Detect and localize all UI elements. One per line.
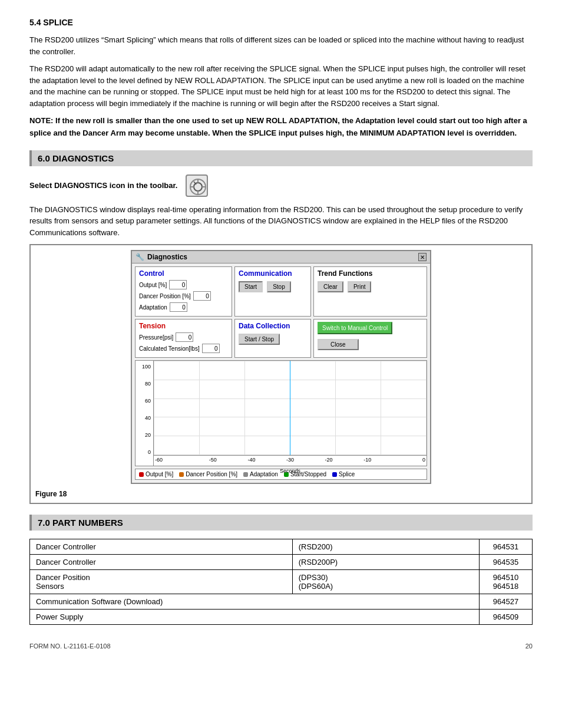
switch-manual-btn[interactable]: Switch to Manual Control (318, 322, 392, 334)
x-label-60: -60 (154, 457, 194, 463)
adaptation-input[interactable] (170, 302, 187, 312)
dancer-pos-row: Dancer Position [%] (139, 291, 228, 301)
chart-main: -60 -50 -40 -30 -20 -10 0 Seconds (153, 361, 427, 466)
part-numbers-heading: 7.0 PART NUMBERS (29, 515, 533, 531)
vline-2 (199, 361, 200, 455)
select-toolbar-label: Select DIAGNOSTICS icon in the toolbar. (29, 181, 177, 190)
diag-tension-panel: Tension Pressure[psi] Calculated Tension… (135, 319, 232, 358)
diagnostics-toolbar-icon (186, 174, 208, 197)
chart-x-axis: -60 -50 -40 -30 -20 -10 0 (154, 455, 427, 466)
part-name-1: Dancer Controller (30, 539, 293, 555)
diag-collection-panel: Data Collection Start / Stop (234, 319, 311, 358)
collection-title: Data Collection (239, 322, 307, 330)
diag-trend-panel: Trend Functions Clear Print (313, 266, 427, 317)
adaptation-row: Adaptation (139, 302, 228, 312)
y-label-60: 60 (138, 398, 151, 404)
legend-output-dot (139, 472, 144, 477)
diag-close-btn[interactable]: ✕ (418, 253, 427, 261)
legend-output: Output [%] (139, 471, 173, 477)
diag-switch-panel: Switch to Manual Control Close (313, 319, 427, 358)
vline-3 (244, 361, 245, 455)
vline-1 (154, 361, 154, 455)
y-label-20: 20 (138, 432, 151, 438)
x-label-20: -20 (309, 457, 348, 463)
part-name-5: Power Supply (30, 610, 480, 625)
x-axis-seconds-label: Seconds (280, 468, 300, 474)
x-label-10: -10 (348, 457, 387, 463)
legend-splice-dot (332, 472, 337, 477)
splice-para1: The RSD200 utilizes “Smart Splicing” whi… (29, 34, 533, 57)
calc-tension-input[interactable] (202, 344, 220, 353)
vline-blue (290, 361, 290, 455)
part-model-3: (DPS30)(DPS60A) (292, 570, 479, 594)
svg-point-1 (194, 183, 202, 191)
figure-caption: Figure 18 (35, 490, 527, 498)
diag-bottom-row: Tension Pressure[psi] Calculated Tension… (135, 319, 427, 358)
diag-titlebar: 🔧 Diagnostics ✕ (132, 251, 430, 263)
page-number: 20 (525, 643, 533, 650)
diagnostics-section: 6.0 DIAGNOSTICS Select DIAGNOSTICS icon … (29, 150, 533, 505)
x-label-50: -50 (194, 457, 233, 463)
legend-splice: Splice (332, 471, 355, 477)
output-row: Output [%] (139, 280, 228, 289)
part-numbers-section: 7.0 PART NUMBERS Dancer Controller (RSD2… (29, 515, 533, 625)
clear-btn[interactable]: Clear (318, 281, 343, 292)
y-label-80: 80 (138, 381, 151, 387)
pressure-input[interactable] (176, 332, 193, 342)
comm-stop-btn[interactable]: Stop (267, 281, 291, 292)
part-num-1: 964531 (480, 539, 533, 555)
legend-dancer-dot (179, 472, 184, 477)
calc-tension-label: Calculated Tension[lbs] (139, 345, 200, 352)
part-num-2: 964535 (480, 555, 533, 570)
diagnostics-window: 🔧 Diagnostics ✕ Control Output [%] (131, 250, 431, 484)
diag-window-title: Diagnostics (147, 253, 187, 261)
legend-adaptation-dot (243, 472, 248, 477)
part-numbers-table: Dancer Controller (RSD200) 964531 Dancer… (29, 539, 533, 625)
y-label-40: 40 (138, 415, 151, 421)
table-row: Dancer Controller (RSD200) 964531 (30, 539, 533, 555)
screenshot-frame: 🔧 Diagnostics ✕ Control Output [%] (29, 244, 533, 504)
part-num-3: 964510964518 (480, 570, 533, 594)
legend-splice-label: Splice (339, 471, 355, 477)
start-stop-btn[interactable]: Start / Stop (239, 334, 280, 345)
chart-y-axis: 100 80 60 40 20 0 (135, 361, 153, 466)
page-footer: FORM NO. L-21161-E-0108 20 (29, 643, 533, 650)
calc-tension-row: Calculated Tension[lbs] (139, 344, 228, 353)
vline-6 (381, 361, 381, 455)
legend-adaptation-label: Adaptation (250, 471, 278, 477)
y-label-100: 100 (138, 364, 151, 370)
dancer-pos-input[interactable] (193, 291, 211, 301)
table-row: Power Supply 964509 (30, 610, 533, 625)
diag-chart: 100 80 60 40 20 0 (135, 360, 427, 466)
form-number: FORM NO. L-21161-E-0108 (29, 643, 111, 650)
comm-start-btn[interactable]: Start (239, 281, 263, 292)
output-label: Output [%] (139, 282, 167, 288)
part-name-4: Communication Software (Download) (30, 594, 480, 610)
part-name-2: Dancer Controller (30, 555, 293, 570)
table-row: Dancer Controller (RSD200P) 964535 (30, 555, 533, 570)
table-row: Communication Software (Download) 964527 (30, 594, 533, 610)
close-diag-btn[interactable]: Close (318, 339, 359, 350)
output-input[interactable] (169, 280, 187, 289)
x-label-0: 0 (386, 457, 427, 463)
print-btn[interactable]: Print (348, 281, 372, 292)
vline-5 (335, 361, 336, 455)
part-num-4: 964527 (480, 594, 533, 610)
splice-para2: The RSD200 will adapt automatically to t… (29, 63, 533, 109)
part-model-2: (RSD200P) (292, 555, 479, 570)
trend-title: Trend Functions (318, 269, 423, 278)
diag-icon: 🔧 (135, 253, 144, 261)
splice-heading: 5.4 SPLICE (29, 18, 533, 27)
diagnostics-heading: 6.0 DIAGNOSTICS (29, 150, 533, 166)
diag-comm-panel: Communication Start Stop (234, 266, 311, 317)
diag-title-left: 🔧 Diagnostics (135, 253, 187, 261)
splice-section: 5.4 SPLICE The RSD200 utilizes “Smart Sp… (29, 18, 533, 140)
table-row: Dancer PositionSensors (DPS30)(DPS60A) 9… (30, 570, 533, 594)
y-label-0: 0 (138, 449, 151, 455)
pressure-label: Pressure[psi] (139, 334, 173, 341)
adaptation-label: Adaptation (139, 304, 167, 311)
legend-adaptation: Adaptation (243, 471, 278, 477)
select-toolbar-row: Select DIAGNOSTICS icon in the toolbar. (29, 174, 533, 197)
part-model-1: (RSD200) (292, 539, 479, 555)
vline-7 (426, 361, 427, 455)
